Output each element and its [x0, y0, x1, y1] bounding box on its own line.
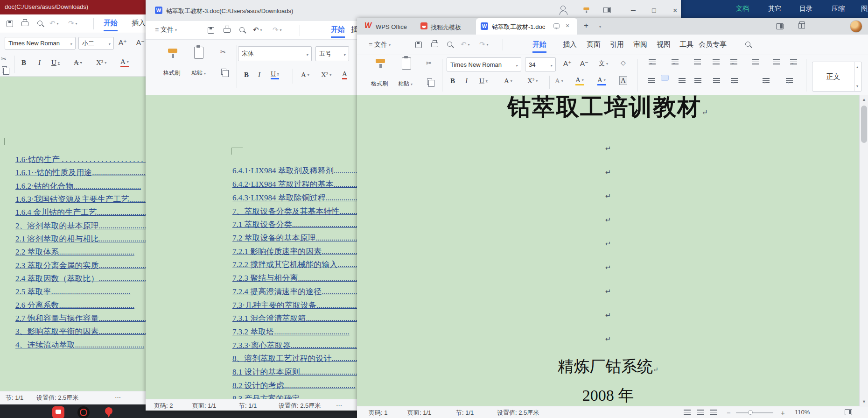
save-icon[interactable] [415, 42, 422, 48]
decrease-indent-icon[interactable] [694, 59, 701, 64]
taskbar-map-app-icon[interactable] [103, 406, 115, 418]
print-preview-icon[interactable] [447, 42, 452, 47]
superscript-button[interactable]: X² [96, 59, 106, 67]
tab-insert[interactable]: 插入 [132, 19, 146, 30]
scroll-up-icon[interactable]: ▲ [860, 95, 868, 104]
fullscreen-icon[interactable] [845, 409, 852, 415]
toc-line[interactable]: 1.6.1··钴的性质及用途..........................… [15, 167, 149, 178]
align-justify-icon[interactable] [694, 78, 701, 83]
undo-icon[interactable]: ↶ [461, 40, 470, 49]
bg-tab-other[interactable]: 其它 [768, 5, 781, 13]
tab-home[interactable]: 开始 [104, 19, 118, 31]
bullet-list-icon[interactable] [649, 59, 656, 64]
shading-icon[interactable] [763, 78, 770, 83]
status-more[interactable]: ⋯ [115, 394, 121, 401]
show-marks-icon[interactable] [773, 59, 780, 64]
underline-button[interactable]: U [51, 59, 60, 67]
toc-line[interactable]: 2.7 饱和容量与操作容量...........................… [15, 313, 149, 324]
minimize-icon[interactable]: ─ [631, 7, 636, 14]
strikethrough-button[interactable]: A [504, 77, 512, 85]
tab-docer-templates[interactable]: 找稻壳模板 [417, 20, 475, 35]
layout-icon[interactable] [603, 7, 611, 13]
text-direction-icon[interactable] [730, 59, 737, 64]
tab-member[interactable]: 会员专享 [699, 40, 727, 51]
tab-page[interactable]: 页面 [587, 40, 601, 51]
style-up-icon[interactable]: ▴ [856, 65, 858, 69]
tab-review[interactable]: 审阅 [633, 40, 647, 51]
toc-line[interactable]: 1.6·钴的生产 . . . . . . . . . . . . . . . .… [15, 154, 149, 165]
font-family-select[interactable]: Times New Roman [447, 57, 521, 71]
toc-line[interactable]: 2.1 溶剂萃取的相与相比...........................… [15, 234, 149, 244]
text-effect-button[interactable]: A [555, 77, 563, 85]
tab-wps-office[interactable]: WPS Office [361, 20, 415, 35]
tab-reference[interactable]: 引用 [610, 40, 624, 51]
tab-insert[interactable]: 插入 [563, 40, 577, 51]
save-icon[interactable] [7, 21, 13, 27]
italic-button[interactable]: I [258, 71, 260, 79]
comment-bubble-icon[interactable] [553, 23, 560, 28]
tab-list-chevron-icon[interactable] [598, 22, 601, 29]
scroll-down-icon[interactable]: ▼ [860, 397, 868, 406]
style-down-icon[interactable]: ▾ [856, 84, 858, 88]
toc-line[interactable]: 2.6 分离系数................................… [15, 300, 149, 311]
align-left-icon[interactable] [648, 78, 655, 83]
format-painter-icon[interactable] [168, 48, 178, 59]
toc-line[interactable]: 1.6.4 金川钴的生产工艺..........................… [15, 207, 149, 218]
status-more[interactable]: ⋯ [336, 402, 342, 409]
toc-line[interactable]: 1.6.2·钴的化合物.............................… [15, 181, 149, 191]
cut-icon[interactable]: ✂ [426, 59, 432, 67]
account-icon[interactable] [560, 6, 566, 11]
toc-line[interactable]: 2、溶剂萃取的基本原理............................. [15, 220, 149, 231]
shrink-font-button[interactable]: A⁻ [580, 59, 588, 68]
print-icon[interactable] [224, 28, 231, 33]
window1-document[interactable]: 1.6·钴的生产 . . . . . . . . . . . . . . . .… [0, 77, 149, 391]
line-spacing-icon[interactable] [731, 78, 738, 83]
print-icon[interactable] [21, 21, 28, 26]
toc-line[interactable]: 2.3 萃取分离金属的实质...........................… [15, 260, 149, 271]
superscript-button[interactable]: X² [527, 77, 538, 85]
zoom-level[interactable]: 110% [795, 409, 810, 416]
bg-tab-document[interactable]: 文档 [736, 5, 749, 13]
taskbar-chat-app-icon[interactable] [52, 406, 64, 418]
redo-icon[interactable]: ↷ [68, 19, 77, 28]
print-preview-icon[interactable] [37, 21, 42, 26]
sort-icon[interactable] [752, 59, 759, 64]
paste-label[interactable]: 粘贴 [398, 80, 413, 88]
underline-button[interactable]: U [271, 70, 279, 79]
paste-icon[interactable] [194, 47, 203, 59]
underline-button[interactable]: U [479, 77, 488, 85]
toc-line[interactable]: 3、影响萃取平衡的因素............................. [15, 326, 149, 337]
tab-document-active[interactable]: 钴萃取工教材-1.doc × [476, 18, 577, 35]
align-right-icon[interactable] [679, 78, 686, 83]
char-shading-button[interactable]: A [619, 76, 627, 85]
zoom-out-icon[interactable]: − [727, 409, 731, 417]
bg-tab-compress[interactable]: 压缩 [832, 5, 845, 13]
copy-icon[interactable] [2, 66, 7, 72]
bold-button[interactable]: B [244, 71, 249, 79]
columns-icon[interactable] [790, 59, 797, 64]
font-color-button[interactable]: A [597, 76, 606, 85]
bg-tab-toc[interactable]: 目录 [799, 5, 812, 13]
distribute-icon[interactable] [713, 78, 720, 83]
italic-button[interactable]: I [38, 59, 41, 67]
superscript-button[interactable]: X² [321, 71, 331, 79]
zoom-slider-knob[interactable] [748, 410, 753, 415]
skin-icon[interactable] [583, 7, 589, 14]
side-panel-icon[interactable] [776, 23, 784, 29]
vertical-scrollbar[interactable]: ▲ ▼ [859, 95, 868, 406]
copy-icon[interactable] [221, 69, 226, 75]
toc-line[interactable]: 2.2 萃取体系................................… [15, 247, 149, 257]
clear-format-icon[interactable]: ◇ [621, 59, 626, 66]
font-family-select[interactable]: Times New Roman [5, 37, 76, 50]
window3-document[interactable]: 钴萃取工培训教材↵ ↵ ↵ ↵ ↵ ↵ ↵ ↵ ↵ ↵ 精炼厂钴系统↵ 2008… [357, 95, 868, 406]
increase-indent-icon[interactable] [713, 59, 720, 64]
font-family-select[interactable]: 宋体 [238, 46, 312, 61]
redo-icon[interactable]: ↷ [273, 26, 282, 34]
align-center-icon[interactable] [661, 75, 668, 80]
scrollbar-thumb[interactable] [861, 106, 867, 143]
paste-icon[interactable] [402, 57, 411, 70]
zoom-in-icon[interactable]: + [781, 409, 785, 417]
view-mode-page-icon[interactable] [684, 410, 691, 415]
toc-line[interactable]: 4、连续流动萃取................................… [15, 340, 149, 350]
toc-line[interactable]: 1.6.3·我国钴资源及主要生产工艺.................... [15, 194, 149, 205]
